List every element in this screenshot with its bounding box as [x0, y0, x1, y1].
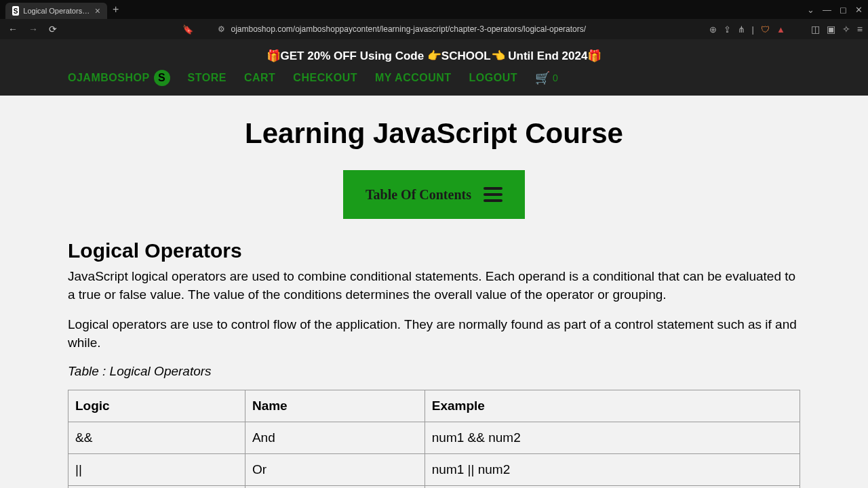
paragraph-1: JavaScript logical operators are used to…: [68, 268, 800, 304]
address-bar[interactable]: 🔖 ⚙ ojamboshop.com/ojamboshoppaycontent/…: [65, 24, 704, 35]
th-example: Example: [425, 390, 800, 422]
tab-bar: S Logical Operators - Ojambo × + ⌄ — ◻ ✕: [0, 0, 868, 19]
tab-favicon: S: [12, 6, 19, 16]
site-settings-icon[interactable]: ⚙: [218, 24, 225, 34]
chevron-down-icon[interactable]: ⌄: [807, 5, 814, 15]
cell-name: And: [245, 422, 425, 454]
main-nav: OJAMBOSHOP S STORE CART CHECKOUT MY ACCO…: [0, 70, 868, 86]
cell-example: num1 || num2: [425, 454, 800, 486]
maximize-icon[interactable]: ◻: [840, 5, 847, 15]
tab-close-icon[interactable]: ×: [95, 5, 100, 16]
close-window-icon[interactable]: ✕: [855, 5, 863, 15]
share-icon[interactable]: ⇪: [724, 24, 731, 35]
cell-example: num1 && num2: [425, 422, 800, 454]
table-header-row: Logic Name Example: [68, 390, 800, 422]
reader-icon[interactable]: ▣: [827, 24, 835, 35]
browser-tab[interactable]: S Logical Operators - Ojambo ×: [5, 3, 107, 19]
new-tab-button[interactable]: +: [113, 3, 119, 16]
shield-icon[interactable]: 🛡: [761, 24, 770, 35]
cell-logic: ||: [68, 454, 245, 486]
paragraph-2: Logical operators are use to control flo…: [68, 316, 800, 352]
url-text: ojamboshop.com/ojamboshoppaycontent/lear…: [231, 24, 586, 34]
table-caption: Table : Logical Operators: [68, 364, 800, 379]
brand-text: OJAMBOSHOP: [68, 72, 150, 84]
promo-banner: 🎁GET 20% OFF Using Code 👉SCHOOL👈 Until E…: [0, 46, 868, 70]
nav-logout[interactable]: LOGOUT: [469, 72, 517, 84]
url-actions: ⊕ ⇪ ⋔ | 🛡 ▲: [709, 24, 785, 35]
minimize-icon[interactable]: —: [823, 5, 831, 15]
main-content: Learning JavaScript Course Table Of Cont…: [0, 96, 868, 488]
th-name: Name: [245, 390, 425, 422]
page-viewport[interactable]: 🎁GET 20% OFF Using Code 👉SCHOOL👈 Until E…: [0, 39, 868, 488]
brand-logo-icon: S: [154, 70, 170, 86]
operators-table: Logic Name Example && And num1 && num2 |…: [68, 390, 800, 488]
forward-button[interactable]: →: [26, 21, 41, 37]
back-button[interactable]: ←: [5, 21, 20, 37]
nav-checkout[interactable]: CHECKOUT: [293, 72, 357, 84]
hamburger-icon: [484, 187, 502, 202]
browser-chrome: S Logical Operators - Ojambo × + ⌄ — ◻ ✕…: [0, 0, 868, 39]
rss-icon[interactable]: ⋔: [738, 24, 745, 35]
cell-name: Or: [245, 454, 425, 486]
tab-title: Logical Operators - Ojambo: [23, 7, 91, 15]
window-controls: ⌄ — ◻ ✕: [807, 5, 863, 15]
sidebar-icon[interactable]: ◫: [811, 24, 820, 35]
th-logic: Logic: [68, 390, 245, 422]
browser-menu: ◫ ▣ ✧ ≡: [811, 24, 863, 35]
nav-cart-icon-link[interactable]: 🛒 0: [535, 70, 558, 85]
table-row: && And num1 && num2: [68, 422, 800, 454]
zoom-icon[interactable]: ⊕: [709, 24, 717, 35]
toc-label: Table Of Contents: [366, 187, 471, 203]
nav-account[interactable]: MY ACCOUNT: [375, 72, 452, 84]
section-title: Logical Operators: [68, 239, 800, 262]
bookmark-icon[interactable]: 🔖: [182, 24, 193, 35]
cell-logic: &&: [68, 422, 245, 454]
reload-button[interactable]: ⟳: [46, 21, 60, 37]
nav-cart[interactable]: CART: [244, 72, 275, 84]
separator: |: [752, 24, 754, 35]
cart-count: 0: [553, 73, 558, 83]
menu-icon[interactable]: ≡: [857, 24, 863, 35]
cart-icon: 🛒: [535, 70, 550, 85]
url-bar: ← → ⟳ 🔖 ⚙ ojamboshop.com/ojamboshoppayco…: [0, 19, 868, 39]
site-header: 🎁GET 20% OFF Using Code 👉SCHOOL👈 Until E…: [0, 39, 868, 96]
extensions-icon[interactable]: ✧: [842, 24, 850, 35]
nav-brand[interactable]: OJAMBOSHOP S: [68, 70, 170, 86]
course-title: Learning JavaScript Course: [68, 117, 800, 150]
nav-store[interactable]: STORE: [188, 72, 226, 84]
toc-button[interactable]: Table Of Contents: [343, 170, 525, 219]
table-row: || Or num1 || num2: [68, 454, 800, 486]
warning-icon[interactable]: ▲: [776, 24, 785, 35]
